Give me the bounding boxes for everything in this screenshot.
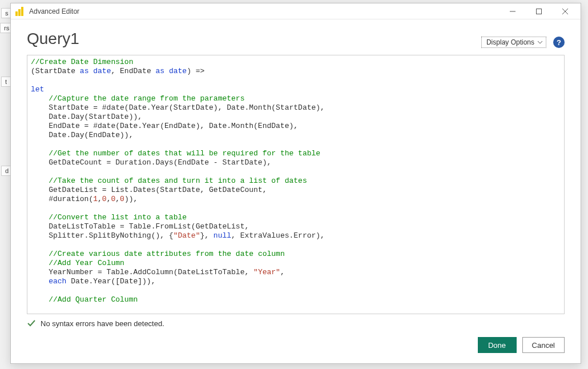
powerbi-icon — [15, 7, 25, 16]
cancel-button-label: Cancel — [532, 341, 555, 350]
help-icon: ? — [557, 38, 561, 47]
cancel-button[interactable]: Cancel — [522, 337, 565, 353]
svg-rect-1 — [537, 9, 542, 14]
close-icon — [562, 9, 568, 14]
maximize-icon — [536, 9, 542, 14]
bg-fragment: t — [1, 77, 11, 87]
status-row: No syntax errors have been detected. — [11, 314, 581, 331]
advanced-editor-dialog: Advanced Editor Query1 Display Options ? — [10, 3, 581, 364]
check-icon — [27, 319, 36, 328]
dialog-content: Query1 Display Options ? //Create Date D… — [11, 19, 581, 363]
code-editor[interactable]: //Create Date Dimension (StartDate as da… — [27, 55, 564, 314]
code-editor-container: //Create Date Dimension (StartDate as da… — [27, 55, 565, 314]
header-row: Query1 Display Options ? — [11, 19, 581, 55]
display-options-label: Display Options — [486, 38, 534, 46]
close-button[interactable] — [552, 3, 578, 19]
query-title: Query1 — [27, 30, 79, 48]
button-row: Done Cancel — [11, 331, 581, 363]
minimize-button[interactable] — [500, 3, 526, 19]
status-message: No syntax errors have been detected. — [41, 319, 164, 328]
titlebar[interactable]: Advanced Editor — [11, 3, 581, 19]
minimize-icon — [510, 9, 515, 14]
done-button-label: Done — [488, 341, 506, 350]
display-options-dropdown[interactable]: Display Options — [481, 37, 546, 48]
window-title: Advanced Editor — [29, 7, 79, 15]
help-button[interactable]: ? — [553, 37, 565, 48]
maximize-button[interactable] — [526, 3, 552, 19]
chevron-down-icon — [538, 40, 542, 45]
done-button[interactable]: Done — [478, 337, 517, 353]
